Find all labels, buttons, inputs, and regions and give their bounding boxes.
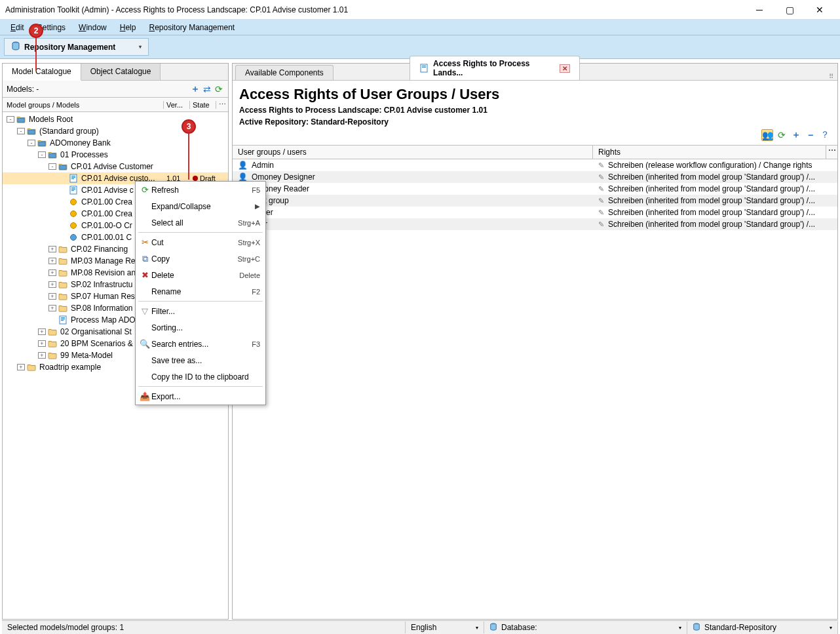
- menubar: Edit Settings Window Help Repository Man…: [0, 20, 840, 35]
- rights-row[interactable]: 👤fault group✎Schreiben (inherited from m…: [233, 195, 837, 207]
- users-icon[interactable]: 👥: [761, 129, 773, 141]
- user-icon: 👤: [238, 172, 248, 182]
- rights-header-users[interactable]: User groups / users: [233, 146, 593, 159]
- menu-edit[interactable]: Edit: [4, 21, 31, 34]
- rights-row[interactable]: 👤signer✎Schreiben (inherited from model …: [233, 207, 837, 218]
- expand-toggle-icon[interactable]: +: [48, 281, 56, 288]
- tree-header-name[interactable]: Model groups / Models: [3, 101, 164, 109]
- add-right-icon[interactable]: ＋: [790, 129, 802, 141]
- expand-toggle-icon[interactable]: +: [38, 340, 46, 347]
- annotation-line-2: [35, 38, 37, 71]
- chevron-down-icon: ▾: [139, 44, 142, 50]
- annotation-badge-2: 2: [29, 24, 43, 38]
- context-menu-item[interactable]: Select allStrg+A: [136, 214, 265, 231]
- rights-user-label: Admin: [252, 161, 274, 170]
- chevron-down-icon: ▾: [830, 625, 832, 631]
- context-menu-item[interactable]: 🔍Search entries...F3: [136, 336, 265, 352]
- tree-header-menu-icon[interactable]: ⋯: [216, 100, 228, 109]
- context-menu-label: Search entries...: [151, 340, 252, 349]
- expand-toggle-icon[interactable]: -: [17, 128, 25, 134]
- tree-row[interactable]: -CP.01 Advise Customer: [3, 161, 228, 172]
- tree-item-label: 01 Processes: [60, 150, 228, 159]
- context-menu-item[interactable]: Copy the ID to the clipboard: [136, 368, 265, 385]
- tab-access-rights-label: Access Rights to Process Lands...: [433, 59, 556, 77]
- context-menu-shortcut: Strg+A: [238, 219, 260, 227]
- minimize-button[interactable]: ─: [744, 0, 774, 20]
- tree-header-state[interactable]: State: [190, 101, 216, 109]
- context-menu-item[interactable]: ✂CutStrg+X: [136, 234, 265, 250]
- status-repository[interactable]: Standard-Repository ▾: [687, 622, 838, 634]
- status-database-label: Database:: [501, 623, 537, 632]
- link-icon[interactable]: ⇄: [202, 84, 212, 94]
- tab-close-icon[interactable]: ✕: [560, 64, 570, 73]
- remove-right-icon[interactable]: −: [805, 129, 816, 141]
- folder-closed-icon: [58, 256, 68, 266]
- context-menu-item[interactable]: Sorting...: [136, 319, 265, 336]
- expand-toggle-icon[interactable]: -: [38, 151, 46, 158]
- rights-row[interactable]: 👤Omoney Reader✎Schreiben (inherited from…: [233, 183, 837, 195]
- tab-access-rights[interactable]: Access Rights to Process Lands... ✕: [410, 56, 580, 80]
- context-menu-label: Select all: [151, 218, 238, 228]
- context-menu-item[interactable]: ⟳RefreshF5: [136, 182, 265, 198]
- refresh-rights-icon[interactable]: ⟳: [776, 129, 788, 141]
- folder-closed-icon: [47, 339, 58, 348]
- tab-model-catalogue[interactable]: Model Catalogue: [3, 64, 81, 81]
- expand-toggle-icon[interactable]: +: [48, 293, 56, 300]
- expand-toggle-icon[interactable]: +: [48, 258, 56, 264]
- menu-help[interactable]: Help: [113, 21, 143, 34]
- context-menu-item[interactable]: ▽Filter...: [136, 303, 265, 319]
- tree-header: Model groups / Models Ver... State ⋯: [3, 98, 228, 112]
- expand-toggle-icon[interactable]: +: [48, 269, 56, 276]
- context-menu-item[interactable]: Expand/Collapse▶: [136, 198, 265, 214]
- status-database[interactable]: Database: ▾: [484, 622, 687, 634]
- menu-window[interactable]: Window: [72, 21, 113, 34]
- rights-header-menu-icon[interactable]: ⋯: [826, 146, 837, 159]
- repository-management-dropdown[interactable]: Repository Management ▾: [4, 38, 149, 56]
- folder-closed-icon: [47, 327, 58, 336]
- tab-available-components[interactable]: Available Components: [235, 65, 334, 80]
- expand-toggle-icon[interactable]: +: [48, 246, 56, 252]
- pencil-icon: ✎: [598, 185, 604, 193]
- menu-repository-management[interactable]: Repository Management: [142, 21, 241, 34]
- add-icon[interactable]: ＋: [190, 84, 200, 94]
- rights-row[interactable]: 👤Omoney Designer✎Schreiben (inherited fr…: [233, 171, 837, 183]
- context-menu-item[interactable]: Save tree as...: [136, 352, 265, 368]
- refresh-icon: ⟳: [138, 185, 151, 195]
- pencil-icon: ✎: [598, 220, 604, 229]
- expand-toggle-icon[interactable]: -: [28, 140, 35, 146]
- folder-closed-icon: [58, 304, 68, 313]
- svg-rect-20: [422, 67, 426, 68]
- pencil-icon: ✎: [598, 173, 604, 182]
- tabs-grip-icon[interactable]: ⠿: [829, 73, 833, 80]
- context-menu-separator: [138, 301, 263, 302]
- tree-row[interactable]: -ADOmoney Bank: [3, 137, 228, 149]
- expand-toggle-icon[interactable]: +: [38, 328, 46, 335]
- rights-row[interactable]: 👤Admin✎Schreiben (release workflow confi…: [233, 159, 837, 171]
- status-language[interactable]: English ▾: [406, 622, 484, 633]
- svg-rect-5: [60, 165, 66, 169]
- context-menu-item[interactable]: RenameF2: [136, 283, 265, 300]
- context-menu-item[interactable]: 📤Export...: [136, 388, 265, 405]
- tab-object-catalogue[interactable]: Object Catalogue: [81, 64, 161, 80]
- folder-closed-icon: [26, 363, 37, 372]
- context-menu-item[interactable]: ✖DeleteDelete: [136, 267, 265, 283]
- expand-toggle-icon[interactable]: +: [17, 364, 25, 370]
- tree-row[interactable]: -01 Processes: [3, 149, 228, 161]
- maximize-button[interactable]: ▢: [774, 0, 805, 20]
- help-icon[interactable]: ？: [819, 129, 831, 141]
- models-filter-label[interactable]: Models: -: [7, 85, 190, 94]
- expand-toggle-icon[interactable]: -: [7, 116, 14, 123]
- rights-row[interactable]: 👤ader✎Schreiben (inherited from model gr…: [233, 218, 837, 230]
- rights-header-rights[interactable]: Rights: [593, 146, 826, 159]
- expand-toggle-icon[interactable]: +: [48, 305, 56, 311]
- filter-icon: ▽: [138, 306, 151, 316]
- expand-toggle-icon[interactable]: -: [48, 163, 56, 170]
- tree-header-version[interactable]: Ver...: [164, 101, 190, 109]
- context-menu-item[interactable]: ⧉CopyStrg+C: [136, 250, 265, 267]
- expand-toggle-icon[interactable]: +: [38, 352, 46, 359]
- svg-rect-11: [71, 188, 75, 188]
- folder-open-icon: [37, 138, 47, 148]
- close-button[interactable]: ✕: [805, 0, 835, 20]
- model-icon: [68, 186, 79, 195]
- refresh-icon[interactable]: ⟳: [214, 84, 224, 94]
